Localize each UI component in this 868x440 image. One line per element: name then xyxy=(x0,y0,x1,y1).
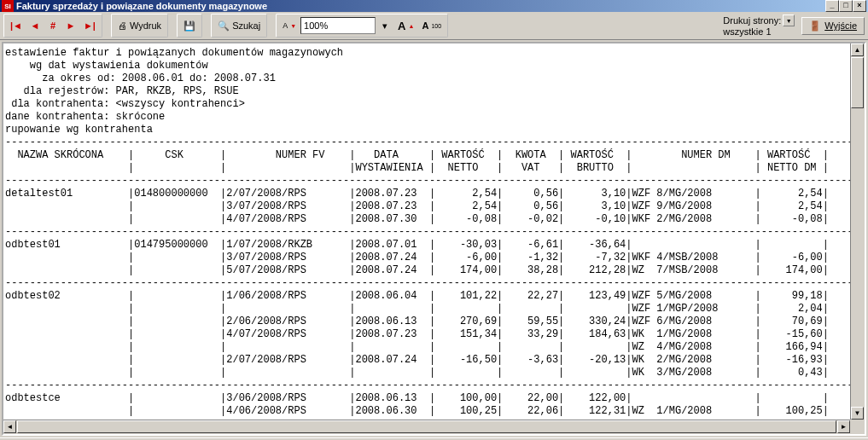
magnifier-icon: 🔍 xyxy=(218,20,230,32)
search-label: Szukaj xyxy=(232,20,260,31)
prev-page-button[interactable]: ◄ xyxy=(26,16,44,35)
minimize-button[interactable]: _ xyxy=(825,0,839,12)
toolbar: |◄ ◄ # ► ►| 🖨 Wydruk 💾 🔍 Szukaj A▼ xyxy=(0,12,868,40)
print-pages-label: Drukuj strony: xyxy=(723,15,781,26)
scroll-right-button[interactable]: ► xyxy=(837,420,850,433)
print-pages-control: Drukuj strony: ▼ wszystkie 1 xyxy=(723,14,795,37)
window-buttons: _ □ × xyxy=(825,0,866,12)
report-text: estawienie faktur i powiązanych dokument… xyxy=(3,43,865,434)
app-icon: SI xyxy=(2,0,14,12)
exit-label: Wyjście xyxy=(824,20,857,31)
font-smaller-button[interactable]: A▼ xyxy=(279,16,300,35)
horizontal-scroll-thumb[interactable] xyxy=(17,420,836,433)
save-group: 💾 xyxy=(177,14,202,38)
print-pages-value: wszystkie 1 xyxy=(723,26,795,37)
app-window: SI Faktury sprzedaży i powiązane dokumen… xyxy=(0,0,868,440)
zoom-group: A▼ ▾ A▲ A100 xyxy=(276,14,448,38)
toolbar-right: Drukuj strony: ▼ wszystkie 1 🚪 Wyjście xyxy=(723,14,865,37)
first-page-button[interactable]: |◄ xyxy=(7,16,26,35)
last-page-button[interactable]: ►| xyxy=(80,16,99,35)
scroll-up-button[interactable]: ▲ xyxy=(851,43,864,56)
print-label: Wydruk xyxy=(130,20,161,31)
scroll-corner xyxy=(850,420,865,434)
exit-icon: 🚪 xyxy=(809,20,821,32)
horizontal-scrollbar[interactable]: ◄ ► xyxy=(3,420,850,434)
save-button[interactable]: 💾 xyxy=(180,16,199,35)
scroll-down-button[interactable]: ▼ xyxy=(851,407,864,420)
page-number-button[interactable]: # xyxy=(44,16,61,35)
next-page-button[interactable]: ► xyxy=(62,16,79,35)
printer-icon: 🖨 xyxy=(118,20,127,31)
zoom-100-button[interactable]: A100 xyxy=(418,16,445,35)
maximize-button[interactable]: □ xyxy=(839,0,853,12)
vertical-scroll-thumb[interactable] xyxy=(851,57,864,108)
print-group: 🖨 Wydruk xyxy=(111,14,168,38)
search-button[interactable]: 🔍 Szukaj xyxy=(214,16,264,35)
window-title: Faktury sprzedaży i powiązane dokumenty … xyxy=(16,1,825,11)
floppy-icon: 💾 xyxy=(184,20,195,32)
print-button[interactable]: 🖨 Wydruk xyxy=(114,16,165,35)
vertical-scrollbar[interactable]: ▲ ▼ xyxy=(850,43,865,420)
font-larger-button[interactable]: A▲ xyxy=(394,16,417,35)
zoom-dropdown-button[interactable]: ▾ xyxy=(376,16,393,35)
zoom-input[interactable] xyxy=(300,17,376,34)
exit-button[interactable]: 🚪 Wyjście xyxy=(801,17,865,35)
search-group: 🔍 Szukaj xyxy=(211,14,267,38)
close-button[interactable]: × xyxy=(853,0,866,12)
titlebar: SI Faktury sprzedaży i powiązane dokumen… xyxy=(0,0,868,12)
nav-group: |◄ ◄ # ► ►| xyxy=(3,14,102,38)
scroll-left-button[interactable]: ◄ xyxy=(3,420,16,433)
print-pages-dropdown[interactable]: ▼ xyxy=(783,14,795,26)
content-area: estawienie faktur i powiązanych dokument… xyxy=(2,42,866,436)
